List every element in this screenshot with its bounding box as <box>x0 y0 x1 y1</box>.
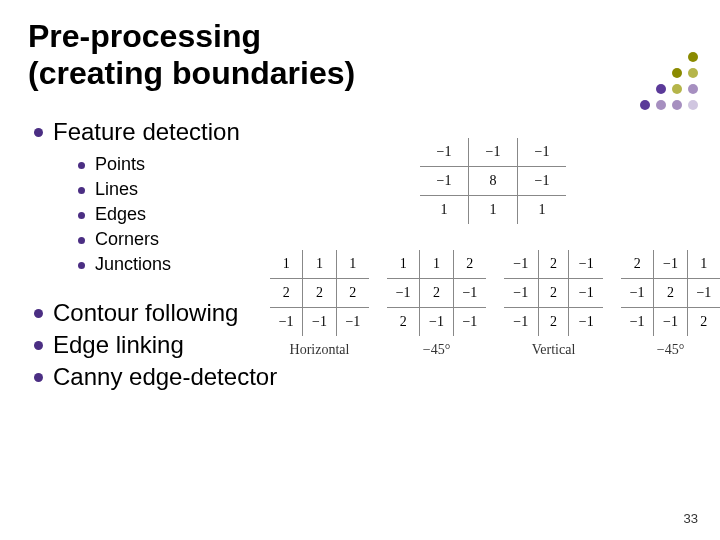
bullet-icon <box>34 373 43 382</box>
cell: 1 <box>469 196 518 225</box>
deco-dot <box>640 84 650 94</box>
deco-dot <box>640 100 650 110</box>
cell: 1 <box>387 250 420 279</box>
kernel-table: 2 −1 1 −1 2 −1 −1 −1 2 <box>621 250 720 336</box>
bullet-text: Contour following <box>53 299 238 327</box>
title-line-2: (creating boundaries) <box>28 55 355 91</box>
bullet-canny: Canny edge-detector <box>34 363 692 391</box>
cell: 8 <box>469 167 518 196</box>
cell: 1 <box>420 250 453 279</box>
kernel-label: −45° <box>621 342 720 358</box>
kernel-table: 1 1 1 2 2 2 −1 −1 −1 <box>270 250 369 336</box>
kernel-row: 1 1 1 2 2 2 −1 −1 −1 Horizontal <box>270 250 720 358</box>
bullet-text: Edges <box>95 204 146 225</box>
cell: −1 <box>654 308 687 337</box>
bullet-icon <box>78 237 85 244</box>
cell: 2 <box>654 279 687 308</box>
bullet-icon <box>34 309 43 318</box>
cell: −1 <box>518 138 567 167</box>
deco-dot <box>672 52 682 62</box>
bullet-icon <box>78 212 85 219</box>
kernel-table: −1 2 −1 −1 2 −1 −1 2 −1 <box>504 250 603 336</box>
bullet-icon <box>34 341 43 350</box>
bullet-text: Points <box>95 154 145 175</box>
kernel-table: −1 −1 −1 −1 8 −1 1 1 1 <box>420 138 566 224</box>
cell: 2 <box>420 279 453 308</box>
cell: −1 <box>569 279 603 308</box>
cell: 2 <box>621 250 654 279</box>
cell: −1 <box>621 279 654 308</box>
deco-dot <box>640 52 650 62</box>
cell: −1 <box>303 308 336 337</box>
kernel-neg45: 1 1 2 −1 2 −1 2 −1 −1 −45° <box>387 250 486 358</box>
cell: −1 <box>569 250 603 279</box>
title-line-1: Pre-processing <box>28 18 261 54</box>
kernel-label: −45° <box>387 342 486 358</box>
kernel-table: 1 1 2 −1 2 −1 2 −1 −1 <box>387 250 486 336</box>
cell: 2 <box>387 308 420 337</box>
bullet-text: Corners <box>95 229 159 250</box>
cell: 2 <box>336 279 369 308</box>
bullet-text: Edge linking <box>53 331 184 359</box>
cell: −1 <box>621 308 654 337</box>
bullet-edges: Edges <box>78 204 692 225</box>
cell: −1 <box>504 250 538 279</box>
kernel-label: Vertical <box>504 342 603 358</box>
deco-dot <box>656 52 666 62</box>
bullet-icon <box>78 262 85 269</box>
cell: 2 <box>270 279 303 308</box>
cell: 2 <box>538 250 569 279</box>
kernel-point: −1 −1 −1 −1 8 −1 1 1 1 <box>420 138 566 224</box>
cell: −1 <box>387 279 420 308</box>
slide: Pre-processing (creating boundaries) Fea… <box>0 0 720 540</box>
cell: 1 <box>687 250 720 279</box>
kernel-horizontal: 1 1 1 2 2 2 −1 −1 −1 Horizontal <box>270 250 369 358</box>
bullet-text: Lines <box>95 179 138 200</box>
bullet-text: Canny edge-detector <box>53 363 277 391</box>
cell: 2 <box>538 279 569 308</box>
cell: 1 <box>336 250 369 279</box>
cell: 1 <box>420 196 469 225</box>
deco-dot <box>624 100 634 110</box>
deco-dot <box>688 84 698 94</box>
cell: −1 <box>420 167 469 196</box>
deco-dot <box>656 100 666 110</box>
cell: 1 <box>518 196 567 225</box>
cell: 2 <box>453 250 486 279</box>
deco-dot <box>672 68 682 78</box>
bullet-text: Junctions <box>95 254 171 275</box>
deco-dot <box>688 100 698 110</box>
cell: −1 <box>504 279 538 308</box>
bullet-corners: Corners <box>78 229 692 250</box>
deco-dot <box>656 84 666 94</box>
bullet-feature-detection: Feature detection <box>34 118 692 146</box>
cell: −1 <box>654 250 687 279</box>
cell: 2 <box>538 308 569 337</box>
cell: 2 <box>687 308 720 337</box>
deco-dot <box>688 52 698 62</box>
page-number: 33 <box>684 511 698 526</box>
bullet-icon <box>34 128 43 137</box>
bullet-icon <box>78 187 85 194</box>
bullet-lines: Lines <box>78 179 692 200</box>
cell: −1 <box>453 279 486 308</box>
bullet-text: Feature detection <box>53 118 240 146</box>
cell: −1 <box>687 279 720 308</box>
cell: 1 <box>270 250 303 279</box>
kernel-label: Horizontal <box>270 342 369 358</box>
cell: −1 <box>469 138 518 167</box>
cell: −1 <box>569 308 603 337</box>
deco-dot <box>688 68 698 78</box>
deco-dot <box>624 68 634 78</box>
cell: 2 <box>303 279 336 308</box>
cell: −1 <box>270 308 303 337</box>
cell: −1 <box>336 308 369 337</box>
cell: −1 <box>420 308 453 337</box>
kernel-vertical: −1 2 −1 −1 2 −1 −1 2 −1 Vertical <box>504 250 603 358</box>
kernel-pos45: 2 −1 1 −1 2 −1 −1 −1 2 −45° <box>621 250 720 358</box>
deco-dot <box>672 84 682 94</box>
decorative-dots <box>624 52 700 112</box>
deco-dot <box>624 84 634 94</box>
deco-dot <box>656 68 666 78</box>
cell: 1 <box>303 250 336 279</box>
